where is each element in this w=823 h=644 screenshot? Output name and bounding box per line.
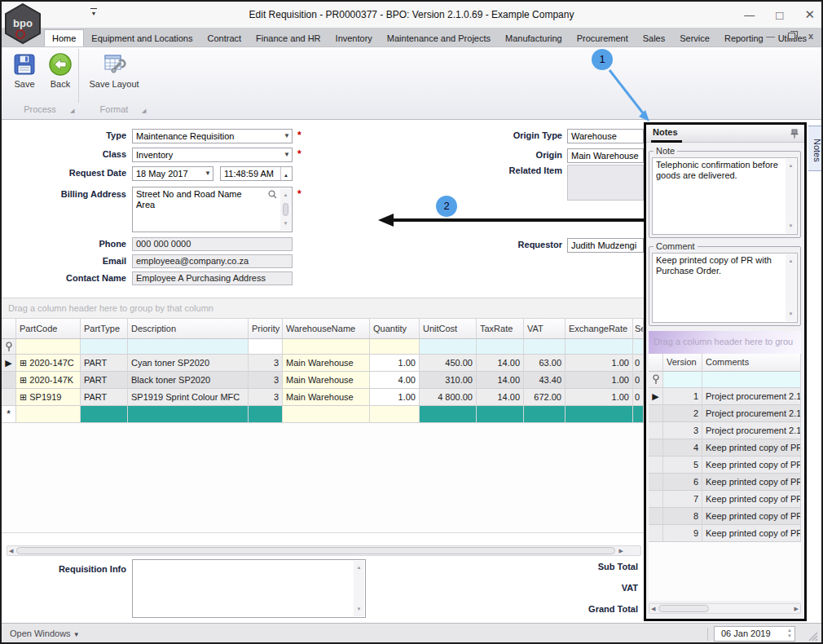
column-header-partcode[interactable]: PartCode	[16, 319, 81, 339]
list-item[interactable]: ▶1Project procurement 2.1.	[649, 388, 801, 405]
cell-quantity[interactable]: 1.00	[370, 389, 420, 406]
expand-icon[interactable]: ⊞	[20, 358, 27, 368]
cell-comment[interactable]: Keep printed copy of PR w	[702, 457, 801, 474]
list-item[interactable]: 7Keep printed copy of PR w	[649, 491, 801, 508]
note-scrollbar[interactable]: ▲▼	[786, 159, 796, 233]
tab-contract[interactable]: Contract	[200, 30, 249, 46]
cell-unitcost[interactable]: 4 800.00	[420, 389, 477, 406]
pin-icon[interactable]	[790, 128, 799, 139]
cell-unitcost[interactable]: 450.00	[420, 355, 477, 372]
cell-comment[interactable]: Project procurement 2.1.	[702, 422, 801, 439]
email-field[interactable]: employeea@company.co.za	[132, 254, 293, 268]
open-windows-menu[interactable]: Open Windows ▼	[10, 629, 80, 638]
contact-name-field[interactable]: Employee A Purchasing Address	[132, 271, 293, 285]
list-item[interactable]: 3Project procurement 2.1.	[649, 422, 801, 439]
tab-procurement[interactable]: Procurement	[570, 30, 636, 46]
filter-cell[interactable]	[566, 339, 633, 355]
filter-cell[interactable]	[283, 339, 370, 355]
filter-cell[interactable]	[128, 339, 249, 355]
filter-cell[interactable]	[477, 339, 524, 355]
column-header-exchangerate[interactable]: ExchangeRate	[566, 319, 633, 339]
scroll-down-icon[interactable]: ▼	[284, 218, 288, 229]
cell-version[interactable]: 9	[663, 525, 702, 542]
class-combo[interactable]: Inventory▼	[132, 148, 293, 162]
tab-home[interactable]: Home	[44, 29, 84, 46]
origin-type-combo[interactable]: Warehouse	[567, 129, 644, 143]
note-textarea[interactable]: Telephonic confirmation before goods are…	[652, 157, 798, 235]
cell-warehouse[interactable]	[283, 406, 370, 423]
grid-horizontal-scrollbar[interactable]: ◀ ▶	[7, 545, 641, 556]
column-header-se[interactable]: Se	[633, 319, 644, 339]
list-item[interactable]: 5Keep printed copy of PR w	[649, 457, 801, 474]
cell-exchangerate[interactable]: 1.00	[566, 355, 633, 372]
cell-partcode[interactable]: ⊞ 2020-147K	[16, 372, 81, 389]
column-header-comments[interactable]: Comments	[702, 354, 801, 372]
cell-version[interactable]: 7	[663, 491, 702, 508]
cell-warehouse[interactable]: Main Warehouse	[283, 355, 370, 372]
grid-new-row[interactable]: *	[2, 406, 644, 423]
tab-equipment-and-locations[interactable]: Equipment and Locations	[84, 30, 200, 46]
ribbon-close-icon[interactable]: x	[808, 31, 813, 41]
column-header-warehousename[interactable]: WarehouseName	[283, 319, 370, 339]
cell-comment[interactable]: Keep printed copy of PR w	[702, 439, 801, 457]
related-item-field[interactable]	[567, 165, 644, 201]
cell-quantity[interactable]: 4.00	[370, 372, 420, 389]
cell-partcode[interactable]: ⊞ 2020-147C	[16, 355, 81, 372]
quick-access-toolbar-icon[interactable]: ▼	[88, 8, 99, 16]
cell-version[interactable]: 8	[663, 508, 702, 525]
scroll-down-icon[interactable]: ▼	[789, 309, 794, 320]
scroll-up-icon[interactable]: ▲	[357, 562, 362, 573]
column-header-unitcost[interactable]: UnitCost	[420, 319, 477, 339]
search-icon[interactable]	[268, 190, 277, 199]
maximize-button[interactable]: □	[776, 8, 783, 22]
cell-description[interactable]: SP1919 Sprint Colour MFC	[128, 389, 249, 406]
filter-cell[interactable]	[420, 339, 477, 355]
cell-version[interactable]: 5	[663, 457, 702, 474]
scroll-right-icon[interactable]: ▶	[617, 548, 624, 554]
cell-quantity[interactable]: 1.00	[370, 355, 420, 372]
cell-vat[interactable]: 43.40	[524, 372, 566, 389]
cell-priority[interactable]	[249, 406, 283, 423]
column-header-vat[interactable]: VAT	[524, 319, 566, 339]
scroll-down-icon[interactable]: ▼	[357, 604, 362, 615]
comment-textarea[interactable]: Keep printed copy of PR with Purchase Or…	[652, 253, 798, 323]
request-time-field[interactable]: 11:48:59 AM ▲▼	[220, 166, 293, 181]
cell-comment[interactable]: Project procurement 2.1.	[702, 388, 801, 405]
cell-parttype[interactable]: PART	[81, 389, 128, 406]
scroll-thumb[interactable]	[16, 547, 615, 554]
scroll-up-icon[interactable]: ▲	[284, 190, 288, 201]
minimize-button[interactable]: —	[744, 9, 755, 21]
requestor-field[interactable]: Judith Mudzengi	[567, 238, 644, 253]
table-row[interactable]: ⊞ 2020-147K PART Black toner SP2020 3 Ma…	[2, 372, 644, 389]
cell-parttype[interactable]: PART	[81, 372, 128, 389]
tab-finance-and-hr[interactable]: Finance and HR	[249, 30, 328, 46]
tab-reporting[interactable]: Reporting	[717, 30, 771, 46]
cell-vat[interactable]: 63.00	[524, 355, 566, 372]
cell-se[interactable]: 0	[633, 372, 644, 389]
close-button[interactable]: ✕	[804, 7, 815, 22]
scroll-thumb[interactable]	[658, 605, 709, 612]
list-item[interactable]: 6Keep printed copy of PR w	[649, 474, 801, 491]
cell-comment[interactable]: Keep printed copy of PR w	[702, 508, 801, 525]
cell-taxrate[interactable]: 14.00	[477, 355, 524, 372]
list-item[interactable]: 8Keep printed copy of PR w	[649, 508, 801, 525]
cell-version[interactable]: 6	[663, 474, 702, 491]
tab-inventory[interactable]: Inventory	[328, 30, 380, 46]
list-item[interactable]: 4Keep printed copy of PR w	[649, 439, 801, 457]
scroll-down-icon[interactable]: ▼	[789, 221, 794, 232]
cell-se[interactable]: 0	[633, 389, 644, 406]
column-header-quantity[interactable]: Quantity	[370, 319, 420, 339]
column-header-priority[interactable]: Priority	[249, 319, 283, 339]
list-item[interactable]: 9Keep printed copy of PR w	[649, 525, 801, 542]
cell-version[interactable]: 4	[663, 439, 702, 457]
filter-cell[interactable]	[702, 372, 801, 388]
tab-manufacturing[interactable]: Manufacturing	[498, 30, 570, 46]
cell-priority[interactable]: 3	[249, 389, 283, 406]
filter-cell[interactable]	[249, 339, 283, 355]
cell-quantity[interactable]	[370, 406, 420, 423]
chevron-down-icon[interactable]: ▼	[205, 167, 211, 180]
cell-parttype[interactable]: PART	[81, 355, 128, 372]
cell-comment[interactable]: Keep printed copy of PR w	[702, 525, 801, 542]
cell-description[interactable]	[128, 406, 249, 423]
ribbon-minimize-icon[interactable]: —	[766, 31, 775, 41]
